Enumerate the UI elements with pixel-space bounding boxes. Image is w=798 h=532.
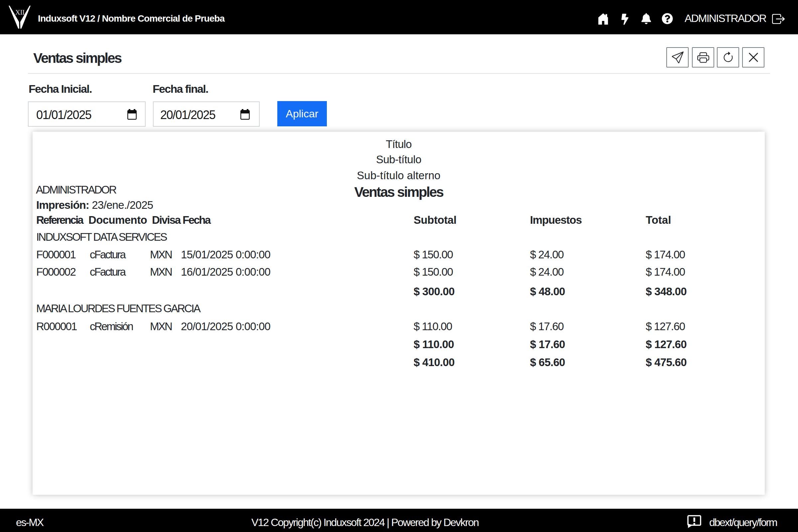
- svg-text:XII: XII: [15, 8, 25, 16]
